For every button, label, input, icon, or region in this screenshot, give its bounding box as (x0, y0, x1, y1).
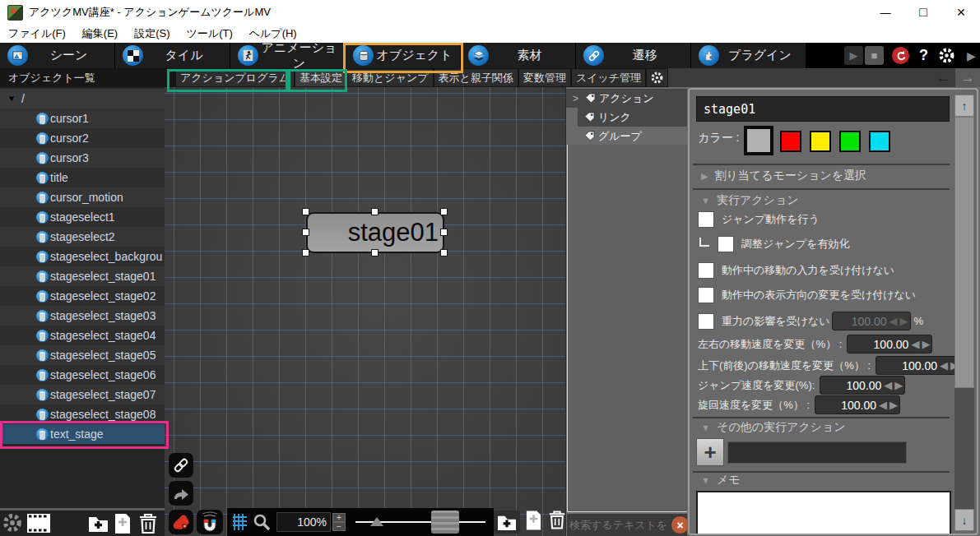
history-back-icon[interactable]: ← (931, 68, 955, 87)
spinner-right-icon[interactable]: ▶ (922, 338, 930, 350)
clear-search-icon[interactable]: × (671, 516, 687, 534)
tree-item-group[interactable]: グループ (578, 127, 687, 146)
tab-object[interactable]: オブジェクト (346, 43, 460, 68)
maximize-button[interactable]: □ (904, 0, 942, 25)
grid-toggle-icon[interactable] (232, 513, 248, 531)
expanded-triangle-icon[interactable]: ▼ (701, 423, 710, 432)
list-item[interactable]: stageselect_stage01 (0, 266, 165, 286)
scroll-up-icon[interactable]: ↑ (954, 95, 974, 117)
list-item[interactable]: stageselect_stage02 (0, 286, 165, 306)
resize-handle[interactable] (302, 229, 309, 236)
list-item[interactable]: stageselect_stage07 (0, 385, 165, 404)
checkbox[interactable] (698, 287, 714, 303)
list-item[interactable]: stageselect_stage04 (0, 326, 165, 345)
speed-spinner[interactable]: 100.00 ◀ ▶ (815, 395, 900, 414)
list-item[interactable]: title (0, 168, 165, 187)
help-icon[interactable]: ? (919, 47, 928, 64)
magnifier-icon[interactable] (252, 512, 272, 532)
spinner-right-icon[interactable]: ▶ (894, 379, 903, 391)
snap-magnet-button[interactable] (197, 510, 223, 534)
scroll-down-icon[interactable]: ↓ (954, 509, 974, 531)
list-item[interactable]: stageselect_stage06 (0, 365, 165, 385)
menu-edit[interactable]: 編集(E) (74, 26, 126, 41)
speed-spinner[interactable]: 100.00 ◀ ▶ (847, 335, 932, 353)
tab-scene[interactable]: シーン (0, 43, 114, 68)
other-action-input[interactable] (727, 441, 907, 464)
other-actions-header[interactable]: ▼ その他の実行アクション (701, 420, 846, 435)
play-button[interactable]: ▶ (844, 46, 863, 65)
spinner-left-icon[interactable]: ◀ (940, 359, 948, 372)
menu-file[interactable]: ファイル(F) (0, 26, 74, 41)
resize-handle[interactable] (302, 208, 309, 215)
resize-handle[interactable] (371, 208, 379, 215)
chevron-right-icon[interactable]: > (573, 93, 578, 104)
expander-icon[interactable]: ▼ (7, 93, 16, 104)
list-item[interactable]: stageselect2 (0, 227, 165, 247)
tree-item-action[interactable]: > アクション (566, 89, 687, 108)
tree-item-link[interactable]: リンク (578, 108, 687, 127)
stop-button[interactable]: ■ (865, 46, 884, 65)
object-name-input[interactable] (696, 96, 950, 122)
spinner-left-icon[interactable]: ◀ (884, 379, 892, 391)
menu-tools[interactable]: ツール(T) (179, 26, 241, 41)
filmstrip-icon[interactable] (27, 514, 50, 533)
add-folder-icon[interactable] (87, 513, 109, 534)
spinner-left-icon[interactable]: ◀ (879, 399, 887, 411)
search-input[interactable] (567, 518, 670, 532)
speed-spinner[interactable]: 100.00 ◀ ▶ (875, 356, 961, 375)
hand-tool-button[interactable] (169, 510, 193, 534)
undo-icon[interactable] (892, 47, 909, 64)
list-item[interactable]: stageselect_stage05 (0, 345, 165, 365)
spinner-right-icon[interactable]: ▶ (889, 399, 898, 411)
list-item[interactable]: cursor1 (0, 109, 165, 128)
canvas[interactable]: stage01 100% + − (165, 87, 565, 536)
zoom-in-button[interactable]: + (332, 513, 346, 522)
spinner-left-icon[interactable]: ◀ (911, 338, 919, 350)
action-section-header[interactable]: ▼ 実行アクション (701, 193, 799, 208)
resize-handle[interactable] (371, 249, 379, 256)
gear-icon[interactable] (2, 512, 23, 534)
checkbox[interactable] (718, 236, 734, 252)
list-item[interactable]: cursor2 (0, 128, 165, 148)
scrollbar[interactable]: ↑ ↓ (954, 95, 974, 531)
expanded-triangle-icon[interactable]: ▼ (701, 475, 710, 485)
list-item[interactable]: cursor_motion (0, 187, 165, 207)
resize-handle[interactable] (440, 249, 448, 256)
scrollbar-thumb[interactable] (954, 117, 974, 388)
slider-handle[interactable] (431, 511, 459, 534)
add-file-icon[interactable] (114, 513, 132, 534)
color-swatch-yellow[interactable] (810, 131, 831, 152)
checkbox[interactable] (698, 211, 714, 228)
add-folder-icon[interactable] (494, 511, 520, 534)
close-button[interactable]: × (942, 0, 980, 25)
gear-icon[interactable] (938, 47, 955, 64)
color-swatch-cyan[interactable] (869, 131, 890, 152)
tree-root-row[interactable]: ▼ / (0, 89, 165, 109)
list-item[interactable]: stageselect_backgrou (0, 247, 165, 266)
subtab-basic-settings[interactable]: 基本設定 (295, 69, 346, 86)
expanded-triangle-icon[interactable]: ▼ (701, 196, 710, 206)
history-forward-icon[interactable]: → (955, 68, 980, 87)
spinner-right-icon[interactable]: ▶ (900, 315, 908, 327)
subtab-display-parent[interactable]: 表示と親子関係 (434, 69, 518, 86)
list-item[interactable]: stageselect_stage08 (0, 404, 165, 424)
list-item[interactable]: stageselect1 (0, 207, 165, 227)
tab-animation[interactable]: アニメーション (230, 43, 345, 68)
trash-icon[interactable] (548, 510, 565, 530)
trash-icon[interactable] (138, 513, 158, 534)
tab-tile[interactable]: タイル (115, 43, 230, 68)
minimize-button[interactable]: — (866, 0, 904, 25)
subtab-move-jump[interactable]: 移動とジャンプ (348, 69, 433, 86)
zoom-value[interactable]: 100% (276, 512, 331, 532)
canvas-selected-object[interactable]: stage01 (306, 212, 444, 253)
menu-settings[interactable]: 設定(S) (126, 26, 178, 41)
spinner-left-icon[interactable]: ◀ (889, 315, 898, 327)
tab-transition[interactable]: 遷移 (576, 43, 690, 68)
redo-arrow-button[interactable] (169, 481, 193, 506)
memo-header[interactable]: ▼ メモ (701, 473, 741, 487)
zoom-out-button[interactable]: − (332, 522, 346, 531)
add-action-button[interactable]: + (696, 438, 724, 466)
step-forward-icon[interactable]: ▶ (967, 49, 976, 62)
color-swatch-green[interactable] (839, 131, 861, 152)
resize-handle[interactable] (302, 249, 309, 256)
